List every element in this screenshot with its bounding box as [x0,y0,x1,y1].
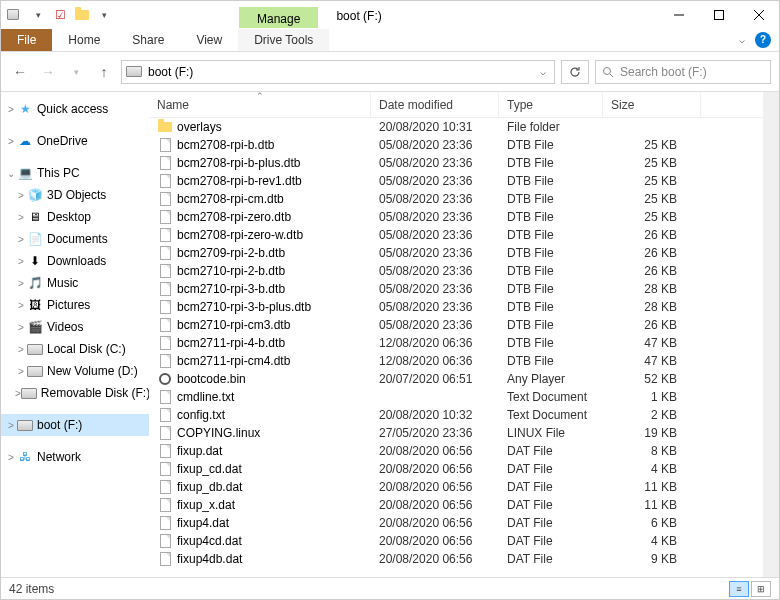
file-row[interactable]: fixup.dat20/08/2020 06:56DAT File8 KB [149,442,763,460]
file-date: 20/08/2020 06:56 [371,534,499,548]
file-row[interactable]: config.txt20/08/2020 10:32Text Document2… [149,406,763,424]
file-row[interactable]: bcm2708-rpi-zero-w.dtb05/08/2020 23:36DT… [149,226,763,244]
nav-item-boot-f[interactable]: >boot (F:) [1,414,149,436]
nav-item-network[interactable]: >🖧Network [1,446,149,468]
nav-item-pictures[interactable]: >🖼Pictures [1,294,149,316]
file-row[interactable]: bcm2710-rpi-cm3.dtb05/08/2020 23:36DTB F… [149,316,763,334]
qat-overflow-icon[interactable]: ▾ [95,6,113,24]
file-name: fixup4cd.dat [177,534,242,548]
nav-item-videos[interactable]: >🎬Videos [1,316,149,338]
home-tab[interactable]: Home [52,29,116,51]
nav-label: Removable Disk (F:) [41,386,149,400]
file-row[interactable]: cmdline.txtText Document1 KB [149,388,763,406]
ribbon-expand-icon[interactable]: ⌵ [739,34,745,45]
file-row[interactable]: bcm2708-rpi-cm.dtb05/08/2020 23:36DTB Fi… [149,190,763,208]
nav-item-3d-objects[interactable]: >🧊3D Objects [1,184,149,206]
close-button[interactable] [739,1,779,28]
file-size: 28 KB [603,282,701,296]
file-row[interactable]: bcm2710-rpi-2-b.dtb05/08/2020 23:36DTB F… [149,262,763,280]
chevron-icon[interactable]: > [5,136,17,147]
help-icon[interactable]: ? [755,32,771,48]
header-name[interactable]: ⌃Name [149,92,371,117]
minimize-button[interactable] [659,1,699,28]
file-row[interactable]: bcm2708-rpi-b.dtb05/08/2020 23:36DTB Fil… [149,136,763,154]
header-date[interactable]: Date modified [371,92,499,117]
address-dropdown-icon[interactable]: ⌵ [536,66,550,77]
file-row[interactable]: fixup_x.dat20/08/2020 06:56DAT File11 KB [149,496,763,514]
address-bar[interactable]: boot (F:) ⌵ [121,60,555,84]
nav-item-local-disk-c[interactable]: >Local Disk (C:) [1,338,149,360]
file-row[interactable]: fixup4cd.dat20/08/2020 06:56DAT File4 KB [149,532,763,550]
drive-icon [7,6,25,24]
file-icon [157,461,173,477]
chevron-icon[interactable]: > [15,234,27,245]
nav-label: Network [37,450,81,464]
maximize-button[interactable] [699,1,739,28]
nav-item-desktop[interactable]: >🖥Desktop [1,206,149,228]
file-row[interactable]: bcm2708-rpi-b-rev1.dtb05/08/2020 23:36DT… [149,172,763,190]
up-button[interactable]: ↑ [93,64,115,80]
nav-item-removable-disk-f[interactable]: >Removable Disk (F:) [1,382,149,404]
file-row[interactable]: bcm2709-rpi-2-b.dtb05/08/2020 23:36DTB F… [149,244,763,262]
file-type: Any Player [499,372,603,386]
qat-dropdown-icon[interactable]: ▾ [29,6,47,24]
chevron-icon[interactable]: > [15,190,27,201]
file-icon [157,389,173,405]
chevron-icon[interactable]: > [15,366,27,377]
file-date: 05/08/2020 23:36 [371,264,499,278]
file-row[interactable]: bcm2710-rpi-3-b.dtb05/08/2020 23:36DTB F… [149,280,763,298]
properties-icon[interactable]: ☑ [51,6,69,24]
chevron-icon[interactable]: > [5,420,17,431]
file-row[interactable]: bcm2710-rpi-3-b-plus.dtb05/08/2020 23:36… [149,298,763,316]
chevron-icon[interactable]: > [15,278,27,289]
nav-item-music[interactable]: >🎵Music [1,272,149,294]
file-type: DAT File [499,534,603,548]
file-row[interactable]: fixup4db.dat20/08/2020 06:56DAT File9 KB [149,550,763,568]
nav-item-documents[interactable]: >📄Documents [1,228,149,250]
chevron-icon[interactable]: > [5,452,17,463]
header-type[interactable]: Type [499,92,603,117]
nav-item-quick-access[interactable]: >★Quick access [1,98,149,120]
nav-item-new-volume-d[interactable]: >New Volume (D:) [1,360,149,382]
file-name: fixup_cd.dat [177,462,242,476]
header-size[interactable]: Size [603,92,701,117]
file-row[interactable]: bcm2708-rpi-zero.dtb05/08/2020 23:36DTB … [149,208,763,226]
chevron-icon[interactable]: > [15,256,27,267]
nav-item-this-pc[interactable]: ⌄💻This PC [1,162,149,184]
chevron-icon[interactable]: > [15,344,27,355]
drive-tools-tab[interactable]: Drive Tools [238,29,329,51]
recent-dropdown-icon[interactable]: ▾ [65,67,87,77]
file-row[interactable]: overlays20/08/2020 10:31File folder [149,118,763,136]
nav-item-downloads[interactable]: >⬇Downloads [1,250,149,272]
chevron-icon[interactable]: > [15,212,27,223]
view-tab[interactable]: View [180,29,238,51]
vertical-scrollbar[interactable] [763,92,779,577]
chevron-icon[interactable]: > [5,104,17,115]
forward-button[interactable]: → [37,64,59,80]
chevron-icon[interactable]: > [15,322,27,333]
file-row[interactable]: fixup_cd.dat20/08/2020 06:56DAT File4 KB [149,460,763,478]
file-row[interactable]: bcm2708-rpi-b-plus.dtb05/08/2020 23:36DT… [149,154,763,172]
nav-label: OneDrive [37,134,88,148]
file-row[interactable]: fixup4.dat20/08/2020 06:56DAT File6 KB [149,514,763,532]
chevron-icon[interactable]: ⌄ [5,168,17,179]
back-button[interactable]: ← [9,64,31,80]
file-icon [157,425,173,441]
search-input[interactable]: Search boot (F:) [595,60,771,84]
details-view-button[interactable]: ≡ [729,581,749,597]
file-row[interactable]: bcm2711-rpi-cm4.dtb12/08/2020 06:36DTB F… [149,352,763,370]
file-date: 12/08/2020 06:36 [371,354,499,368]
quick-access-toolbar: ▾ ☑ ▾ [1,1,119,28]
nav-item-onedrive[interactable]: >☁OneDrive [1,130,149,152]
file-tab[interactable]: File [1,29,52,51]
file-name: cmdline.txt [177,390,234,404]
file-row[interactable]: bcm2711-rpi-4-b.dtb12/08/2020 06:36DTB F… [149,334,763,352]
refresh-button[interactable] [561,60,589,84]
file-list: overlays20/08/2020 10:31File folderbcm27… [149,118,763,577]
file-row[interactable]: bootcode.bin20/07/2020 06:51Any Player52… [149,370,763,388]
file-row[interactable]: COPYING.linux27/05/2020 23:36LINUX File1… [149,424,763,442]
file-row[interactable]: fixup_db.dat20/08/2020 06:56DAT File11 K… [149,478,763,496]
thumbnails-view-button[interactable]: ⊞ [751,581,771,597]
share-tab[interactable]: Share [116,29,180,51]
chevron-icon[interactable]: > [15,300,27,311]
